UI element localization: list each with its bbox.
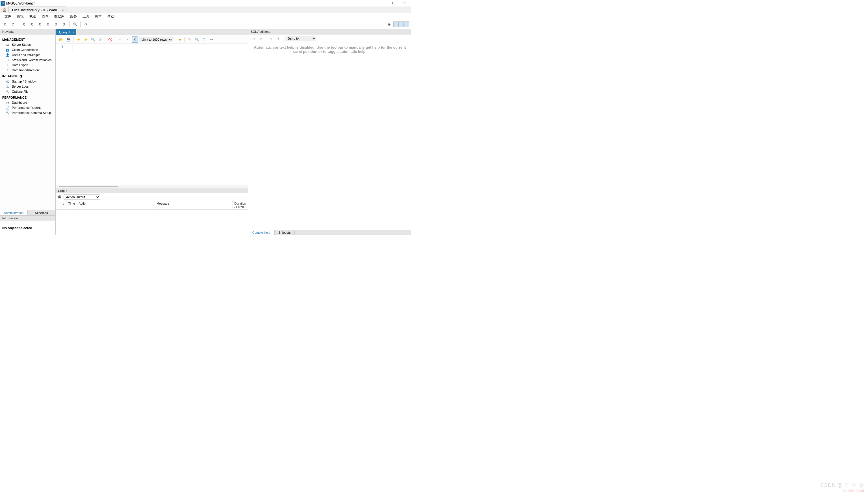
tab-snippets[interactable]: Snippets	[275, 230, 295, 235]
query-tab-label: Query 1	[59, 31, 70, 34]
auto-help-icon[interactable]: ⎀	[268, 35, 274, 42]
nav-startup-shutdown[interactable]: ⏻Startup / Shutdown	[0, 79, 56, 84]
editor-text-area[interactable]	[72, 44, 248, 185]
stop-icon[interactable]: ⊘	[97, 36, 104, 43]
search-table-icon[interactable]: 🔍	[72, 21, 78, 27]
nav-label: Server Logs	[12, 85, 29, 88]
query-tab[interactable]: Query 1 ×	[56, 29, 76, 35]
wrap-icon[interactable]: ↩	[208, 36, 215, 43]
nav-server-logs[interactable]: ⚠Server Logs	[0, 84, 56, 89]
col-number[interactable]: #	[61, 201, 67, 210]
jump-to-select[interactable]: Jump to	[285, 36, 316, 41]
tab-schemas[interactable]: Schemas	[28, 210, 56, 215]
nav-server-status[interactable]: ◒Server Status	[0, 42, 56, 47]
scroll-thumb[interactable]	[59, 186, 119, 187]
line-gutter: 1	[56, 44, 72, 185]
reconnect-icon[interactable]: ⟳	[83, 21, 89, 27]
tab-context-help[interactable]: Context Help	[248, 230, 275, 235]
menu-edit[interactable]: 编辑	[14, 14, 27, 19]
maximize-button[interactable]: ❐	[385, 0, 398, 6]
nav-data-import[interactable]: ⤵Data Import/Restore	[0, 67, 56, 73]
menu-help[interactable]: 帮助	[105, 14, 117, 19]
autocommit-icon[interactable]: ⟲	[132, 36, 138, 43]
update-icon[interactable]: ◉	[386, 21, 392, 27]
connection-tab[interactable]: Local instance MySQL - Warn… ×	[9, 6, 66, 13]
nav-performance-schema[interactable]: 🔧Performance Schema Setup	[0, 110, 56, 115]
open-file-icon[interactable]: 📂	[58, 36, 64, 43]
refresh-icon[interactable]: ◑	[20, 74, 22, 78]
inspector-icon[interactable]: 🛢	[21, 21, 27, 27]
line-number: 1	[58, 45, 64, 49]
information-header: Information	[0, 216, 56, 221]
nav-performance-reports[interactable]: 📄Performance Reports	[0, 105, 56, 110]
execute-icon[interactable]: ⚡	[75, 36, 81, 43]
minimize-button[interactable]: —	[372, 0, 385, 6]
find-icon[interactable]: 🔍	[194, 36, 200, 43]
toggle-sidebar-icon[interactable]	[394, 22, 399, 27]
nav-data-export[interactable]: ⤴Data Export	[0, 62, 56, 67]
import-icon: ⤵	[6, 68, 10, 72]
execute-current-icon[interactable]: ⚡	[82, 36, 89, 43]
main-toolbar: 🗋 🗋 🛢 🛢 🛢 🛢 🛢 🛢 🔍 ⟳ ◉	[0, 19, 411, 29]
additions-toolbar: ◀ ▶ ⎀ ? Jump to	[248, 34, 411, 42]
open-sql-icon[interactable]: 🗋	[10, 21, 16, 27]
sql-editor[interactable]: 1	[56, 44, 248, 185]
separator	[73, 37, 74, 42]
col-action[interactable]: Action	[77, 201, 155, 210]
power-icon: ⏻	[6, 79, 10, 83]
output-copy-icon[interactable]: 🗐	[58, 195, 61, 199]
sql-additions-panel: SQL Additions ◀ ▶ ⎀ ? Jump to Automatic …	[248, 29, 411, 235]
title-bar: 🐬 MySQL Workbench — ❐ ✕	[0, 0, 411, 6]
save-file-icon[interactable]: 💾	[65, 36, 72, 43]
output-type-select[interactable]: Action Output	[64, 195, 100, 200]
horizontal-scrollbar[interactable]	[56, 185, 248, 188]
invisible-chars-icon[interactable]: ¶	[201, 36, 207, 43]
tab-administration[interactable]: Administration	[0, 210, 28, 215]
information-body: No object selected	[0, 221, 56, 235]
additions-tabs: Context Help Snippets	[248, 230, 411, 235]
menu-server[interactable]: 服务	[67, 14, 80, 19]
nav-client-connections[interactable]: 👥Client Connections	[0, 47, 56, 52]
function-icon[interactable]: 🛢	[61, 21, 67, 27]
col-duration[interactable]: Duration / Fetch	[233, 201, 248, 210]
toggle-secondary-icon[interactable]	[404, 22, 409, 27]
beautify-icon[interactable]: ✎	[187, 36, 193, 43]
manual-help-icon[interactable]: ?	[275, 35, 281, 42]
menu-tools[interactable]: 工具	[80, 14, 92, 19]
col-message[interactable]: Message	[155, 201, 233, 210]
close-button[interactable]: ✕	[398, 0, 411, 6]
dashboard-icon: ◔	[6, 100, 10, 105]
nav-dashboard[interactable]: ◔Dashboard	[0, 100, 56, 105]
menu-scripting[interactable]: 脚本	[92, 14, 105, 19]
nav-users-privileges[interactable]: 👤Users and Privileges	[0, 52, 56, 57]
menu-file[interactable]: 文件	[2, 14, 14, 19]
limit-rows-select[interactable]: Limit to 1000 rows	[139, 37, 173, 42]
management-heading: MANAGEMENT	[0, 36, 56, 42]
col-time[interactable]: Time	[66, 201, 77, 210]
table-icon[interactable]: 🛢	[37, 21, 43, 27]
commit-icon[interactable]: ✔	[117, 36, 123, 43]
menu-view[interactable]: 视图	[27, 14, 39, 19]
nav-back-icon[interactable]: ◀	[251, 35, 257, 42]
home-tab-icon[interactable]: 🏠	[0, 6, 9, 13]
close-icon[interactable]: ×	[72, 31, 74, 34]
schema-icon[interactable]: 🛢	[29, 21, 35, 27]
close-icon[interactable]: ×	[62, 9, 64, 12]
rollback-icon[interactable]: ✖	[124, 36, 130, 43]
col-status[interactable]	[56, 201, 61, 210]
nav-status-variables[interactable]: ⍈Status and System Variables	[0, 57, 56, 62]
nav-options-file[interactable]: 🔧Options File	[0, 89, 56, 94]
procedure-icon[interactable]: 🛢	[53, 21, 59, 27]
new-sql-tab-icon[interactable]: 🗋	[2, 21, 9, 27]
nav-forward-icon[interactable]: ▶	[258, 35, 264, 42]
explain-icon[interactable]: 🔍	[90, 36, 96, 43]
nav-label: Client Connections	[12, 48, 38, 51]
view-icon[interactable]: 🛢	[45, 21, 51, 27]
dont-limit-icon[interactable]: 🚫	[107, 36, 113, 43]
menu-database[interactable]: 数据库	[51, 14, 67, 19]
favorite-icon[interactable]: ★	[177, 36, 183, 43]
nav-label: Status and System Variables	[12, 58, 51, 62]
query-tabstrip: Query 1 ×	[56, 29, 248, 35]
toggle-output-icon[interactable]	[399, 22, 404, 27]
menu-query[interactable]: 查询	[39, 14, 51, 19]
